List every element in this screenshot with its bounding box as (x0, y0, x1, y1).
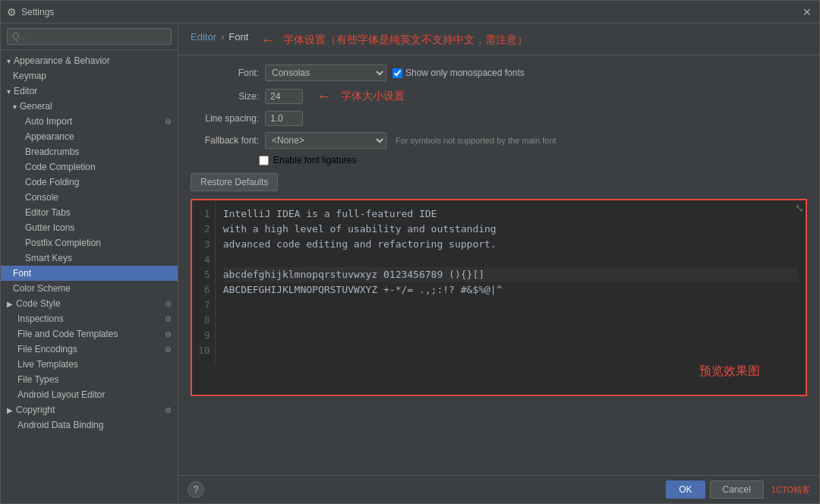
breadcrumb: Editor › Font (191, 31, 248, 43)
preview-content: 1 2 3 4 5 6 7 8 9 10 IntelliJ IDEA (192, 200, 806, 364)
content-area: ▾ Appearance & Behavior Keymap ▾ Editor … (1, 24, 819, 503)
sidebar-item-code-folding[interactable]: Code Folding (1, 175, 178, 190)
sidebar-label: Color Scheme (13, 283, 71, 294)
settings-icon: ⚙ (165, 300, 172, 308)
sidebar-label: Editor Tabs (25, 207, 71, 218)
line-num-6: 6 (198, 282, 210, 298)
sidebar-label: General (20, 101, 52, 112)
sidebar-label: Code Completion (25, 162, 96, 172)
settings-icon: ⚙ (165, 118, 172, 126)
sidebar-item-appearance-behavior[interactable]: ▾ Appearance & Behavior (1, 53, 178, 68)
ok-button[interactable]: OK (666, 480, 705, 499)
preview-label: 预览效果图 (699, 364, 760, 380)
sidebar-item-android-layout-editor[interactable]: Android Layout Editor (1, 387, 178, 402)
preview-container: 1 2 3 4 5 6 7 8 9 10 IntelliJ IDEA (191, 199, 807, 396)
annotation-title: 字体设置（有些字体是纯英文不支持中文，需注意） (283, 33, 528, 47)
sidebar-item-copyright[interactable]: ▶ Copyright ⚙ (1, 402, 178, 417)
line-num-9: 9 (198, 328, 210, 343)
search-input[interactable] (7, 28, 172, 45)
sidebar-item-file-encodings[interactable]: File Encodings ⚙ (1, 342, 178, 357)
sidebar-label: Postfix Completion (25, 238, 101, 248)
sidebar-item-editor-tabs[interactable]: Editor Tabs (1, 205, 178, 220)
sidebar-item-auto-import[interactable]: Auto Import ⚙ (1, 114, 178, 129)
settings-icon: ⚙ (165, 345, 172, 354)
line-num-2: 2 (198, 222, 210, 237)
sidebar-item-color-scheme[interactable]: Color Scheme (1, 281, 178, 296)
fallback-font-label: Fallback font: (191, 135, 259, 146)
sidebar-label: Live Templates (7, 359, 78, 370)
sidebar-label: Inspections (7, 313, 64, 324)
main-panel: Editor › Font ← 字体设置（有些字体是纯英文不支持中文，需注意） … (178, 24, 819, 503)
sidebar-label: Auto Import (25, 116, 72, 127)
sidebar-item-live-templates[interactable]: Live Templates (1, 357, 178, 372)
sidebar-item-file-types[interactable]: File Types (1, 372, 178, 387)
search-box (1, 24, 178, 50)
sidebar-label: Copyright (16, 405, 55, 415)
code-line-8 (223, 313, 798, 328)
size-input[interactable] (265, 89, 303, 104)
help-button[interactable]: ? (188, 481, 204, 498)
line-num-3: 3 (198, 237, 210, 252)
size-label: Size: (191, 91, 259, 102)
line-num-5: 5 (198, 267, 210, 282)
settings-icon: ⚙ (165, 330, 172, 339)
line-spacing-row: Line spacing: (191, 111, 807, 126)
font-label: Font: (191, 68, 259, 78)
chevron-right-icon: ▶ (7, 300, 13, 308)
annotation-block: ← 字体设置（有些字体是纯英文不支持中文，需注意） (260, 31, 528, 49)
sidebar-item-code-completion[interactable]: Code Completion (1, 159, 178, 175)
sidebar-label: Editor (14, 86, 37, 96)
sidebar-label: Android Data Binding (7, 420, 103, 430)
monospaced-checkbox-label: Show only monospaced fonts (393, 68, 525, 78)
sidebar-item-postfix-completion[interactable]: Postfix Completion (1, 235, 178, 250)
restore-defaults-button[interactable]: Restore Defaults (191, 173, 278, 191)
expand-icon[interactable]: ⤡ (795, 202, 804, 214)
sidebar-item-font[interactable]: Font (1, 266, 178, 281)
monospaced-checkbox[interactable] (393, 68, 402, 78)
fallback-font-select[interactable]: <None> (265, 132, 386, 149)
code-line-5: abcdefghijklmnopqrstuvwxyz 0123456789 ()… (223, 267, 798, 282)
ligatures-label: Enable font ligatures (273, 155, 356, 165)
code-area: IntelliJ IDEA is a full-featured IDE wit… (216, 200, 806, 364)
sidebar-item-editor[interactable]: ▾ Editor (1, 83, 178, 99)
size-annotation-text: 字体大小设置 (341, 90, 405, 103)
sidebar-label: Font (13, 268, 31, 279)
sidebar-item-smart-keys[interactable]: Smart Keys (1, 250, 178, 266)
sidebar-label: File Types (7, 374, 58, 385)
sidebar-item-console[interactable]: Console (1, 190, 178, 205)
sidebar-label: Appearance & Behavior (14, 55, 110, 66)
code-line-7 (223, 298, 798, 313)
fallback-note: For symbols not supported by the main fo… (396, 136, 557, 145)
close-button[interactable]: ✕ (801, 6, 813, 18)
code-line-1: IntelliJ IDEA is a full-featured IDE (223, 206, 798, 222)
breadcrumb-separator: › (221, 31, 224, 43)
sidebar-item-inspections[interactable]: Inspections ⚙ (1, 311, 178, 326)
sidebar-item-keymap[interactable]: Keymap (1, 68, 178, 83)
ligatures-checkbox[interactable] (259, 156, 269, 165)
fallback-font-row: Fallback font: <None> For symbols not su… (191, 132, 807, 149)
sidebar-item-gutter-icons[interactable]: Gutter Icons (1, 220, 178, 235)
line-spacing-input[interactable] (265, 111, 303, 126)
line-num-8: 8 (198, 313, 210, 328)
sidebar-item-breadcrumbs[interactable]: Breadcrumbs (1, 144, 178, 159)
sidebar-label: Smart Keys (25, 253, 72, 263)
sidebar-label: Code Style (16, 298, 61, 309)
window-title: Settings (21, 7, 798, 17)
sidebar-item-file-code-templates[interactable]: File and Code Templates ⚙ (1, 326, 178, 342)
chevron-right-icon: ▶ (7, 406, 13, 414)
font-select[interactable]: Consolas Arial Courier New (265, 65, 386, 81)
sidebar-item-code-style[interactable]: ▶ Code Style ⚙ (1, 296, 178, 311)
arrow-annotation-icon: ← (260, 31, 276, 49)
sidebar-label: Breadcrumbs (25, 146, 79, 157)
settings-window: ⚙ Settings ✕ ▾ Appearance & Behavior Key… (0, 0, 820, 504)
sidebar-item-android-data-binding[interactable]: Android Data Binding (1, 417, 178, 433)
sidebar-label: Keymap (13, 71, 46, 81)
title-bar: ⚙ Settings ✕ (1, 1, 819, 24)
sidebar-label: File and Code Templates (7, 329, 118, 339)
sidebar-item-general[interactable]: ▾ General (1, 99, 178, 114)
sidebar-label: Console (25, 192, 58, 203)
cancel-button[interactable]: Cancel (710, 480, 764, 499)
sidebar-label: Appearance (25, 131, 74, 142)
chevron-down-icon: ▾ (7, 87, 11, 96)
sidebar-item-appearance[interactable]: Appearance (1, 129, 178, 144)
